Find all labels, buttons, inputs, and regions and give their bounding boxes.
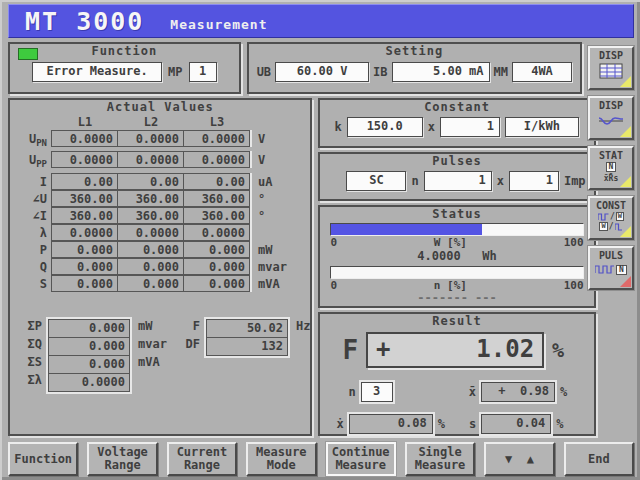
corner-marker: [620, 76, 631, 87]
value-cell: 0.0000: [117, 130, 184, 147]
disp-table-button[interactable]: DISP: [588, 46, 634, 90]
puls-button[interactable]: PULS N: [588, 246, 634, 290]
pulse-n-field[interactable]: 1: [424, 171, 492, 191]
mp-label: MP: [168, 65, 182, 79]
value-cell: 0.0000: [51, 224, 118, 241]
col-header-l1: L1: [52, 114, 118, 131]
error-f-label: F: [342, 335, 358, 365]
down-up-arrows-icon: ▼ ▲: [486, 453, 552, 466]
result-group-title: Result: [320, 314, 593, 328]
row-unit: V: [250, 131, 310, 152]
softkey-single-measure[interactable]: Single Measure: [405, 442, 475, 476]
row-unit: °: [250, 208, 310, 225]
status-group-title: Status: [320, 207, 593, 221]
scale-min: 0: [330, 279, 337, 292]
function-value-field[interactable]: Error Measure.: [32, 62, 162, 82]
ub-label: UB: [257, 65, 271, 79]
value-cell: 0.00: [183, 173, 250, 190]
count-progress-bar: [330, 266, 583, 279]
row-label: I: [14, 174, 52, 191]
value-cell: 360.00: [183, 190, 250, 207]
freq-units: Hz: [290, 317, 310, 394]
pulse-imp-field[interactable]: 1: [509, 171, 559, 191]
table-row: S 0.000 0.000 0.000 mVA: [14, 276, 310, 293]
disp-curve-button[interactable]: DISP: [588, 96, 634, 140]
softkey-measure-mode[interactable]: Measure Mode: [246, 442, 316, 476]
freq-label: F: [178, 317, 204, 335]
table-row: ∠I 360.00 360.00 360.00 °: [14, 208, 310, 225]
row-unit: mW: [250, 242, 310, 259]
title-bar: MT 3000 Measurement: [8, 4, 634, 38]
row-unit: uA: [250, 174, 310, 191]
softkey-voltage-range[interactable]: Voltage Range: [87, 442, 157, 476]
value-cell: 360.00: [117, 190, 184, 207]
energy-scale: 0 W [%] 100: [320, 236, 593, 249]
table-row: P 0.000 0.000 0.000 mW: [14, 242, 310, 259]
actual-values-title: Actual Values: [10, 100, 310, 114]
energy-progress-fill: [331, 224, 482, 235]
row-label: ∠U: [14, 191, 52, 208]
count-value-field[interactable]: 3: [361, 382, 393, 402]
s-value-field: 0.04: [481, 414, 551, 434]
constant-unit-field[interactable]: I/kWh: [505, 117, 579, 137]
mean-value-field: + 0.98: [481, 382, 555, 402]
df-label: DF: [178, 335, 204, 353]
pulse-icon: [598, 213, 609, 221]
k-value-field[interactable]: 150.0: [347, 117, 423, 137]
result-group: Result F + 1.02 % n 3: [318, 312, 595, 436]
softkey-current-range[interactable]: Current Range: [167, 442, 237, 476]
softkey-continue-measure[interactable]: Continue Measure: [326, 442, 396, 476]
value-cell: 0.0000: [51, 130, 118, 147]
corner-marker: [620, 226, 631, 237]
mm-value-field[interactable]: 4WA: [512, 62, 572, 82]
softkey-function[interactable]: Function: [8, 442, 78, 476]
sum-unit: mVA: [132, 353, 178, 371]
table-row: Q 0.000 0.000 0.000 mvar: [14, 259, 310, 276]
mp-value-field[interactable]: 1: [189, 62, 217, 82]
pulses-group: Pulses SC n 1 x 1 Imp: [318, 152, 595, 202]
device-model: MT 3000: [25, 7, 144, 36]
table-row: λ 0.0000 0.0000 0.0000: [14, 225, 310, 242]
actual-values-group: Actual Values L1 L2 L3 UPN 0.0000 0.0000…: [8, 98, 312, 436]
multiplier-field[interactable]: 1: [440, 117, 500, 137]
value-cell: 360.00: [51, 190, 118, 207]
mm-label: MM: [494, 65, 508, 79]
status-led-icon: [18, 48, 38, 60]
count-label: n: [348, 385, 355, 399]
softkey-arrows[interactable]: ▼ ▲: [484, 442, 554, 476]
error-value: 1.02: [476, 334, 534, 366]
pulse-train-icon: [595, 265, 615, 274]
pulse-n-label: n: [411, 174, 418, 188]
sum-labels: ΣP ΣQ ΣS Σλ: [16, 317, 46, 394]
k-label: k: [334, 120, 341, 134]
sum-units: mW mvar mVA: [132, 317, 178, 394]
xdot-unit: %: [438, 417, 445, 431]
ib-value-field[interactable]: 5.00 mA: [392, 62, 490, 82]
row-unit: mvar: [250, 259, 310, 276]
value-cell: 360.00: [51, 207, 118, 224]
freq-value: 50.02: [206, 319, 288, 338]
pulse-mode-field[interactable]: SC: [346, 171, 406, 191]
softkey-end[interactable]: End: [564, 442, 634, 476]
ub-value-field[interactable]: 60.00 V: [275, 62, 369, 82]
row-label: Q: [14, 259, 52, 276]
value-cell: 0.000: [183, 241, 250, 258]
row-unit: °: [250, 191, 310, 208]
row-unit: V: [250, 152, 310, 173]
table-row: UPP 0.0000 0.0000 0.0000 V: [14, 152, 310, 173]
right-column: Constant k 150.0 x 1 I/kWh Pulses SC: [318, 98, 595, 436]
sum-value: 0.000: [48, 356, 130, 374]
ib-label: IB: [373, 65, 387, 79]
value-cell: 0.00: [51, 173, 118, 190]
status-group: Status 0 W [%] 100 4.0000 Wh: [318, 205, 595, 308]
value-cell: 0.000: [51, 258, 118, 275]
error-value-field: + 1.02: [366, 332, 544, 368]
middle-row: Actual Values L1 L2 L3 UPN 0.0000 0.0000…: [8, 98, 582, 436]
scale-label: W [%]: [434, 236, 467, 249]
puls-n-badge: N: [616, 265, 627, 275]
const-button[interactable]: CONST / W W /: [588, 196, 634, 240]
value-cell: 360.00: [117, 207, 184, 224]
stat-button[interactable]: STAT N x̄R̄s: [588, 146, 634, 190]
sum-label: ΣS: [16, 353, 46, 371]
scale-max: 100: [564, 236, 584, 249]
